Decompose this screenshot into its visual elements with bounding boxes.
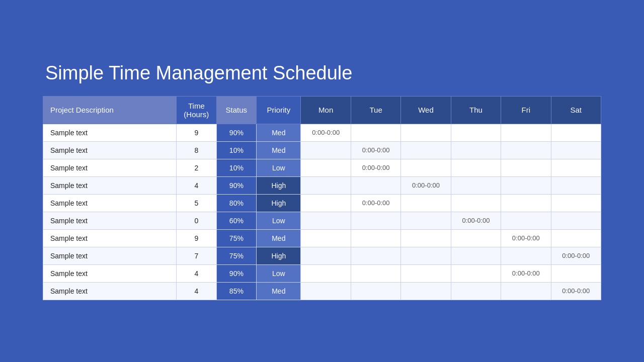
cell-desc: Sample text	[43, 194, 177, 212]
cell-mon	[301, 159, 351, 176]
cell-priority: Med	[257, 124, 301, 141]
cell-tue: 0:00-0:00	[351, 194, 400, 212]
cell-tue	[351, 264, 400, 282]
cell-time: 4	[177, 264, 217, 282]
cell-fri	[501, 159, 551, 176]
cell-wed	[401, 194, 451, 212]
header-mon: Mon	[301, 96, 351, 124]
table-row: Sample text490%High0:00-0:00	[43, 176, 601, 194]
cell-time: 9	[177, 229, 217, 247]
header-fri: Fri	[501, 96, 551, 124]
schedule-table: Project Description Time (Hours) Status …	[43, 96, 601, 300]
cell-sat	[551, 264, 601, 282]
header-priority: Priority	[257, 96, 301, 124]
cell-time: 2	[177, 159, 217, 176]
cell-fri: 0:00-0:00	[501, 264, 551, 282]
table-row: Sample text775%High0:00-0:00	[43, 247, 601, 264]
cell-status: 85%	[216, 282, 257, 300]
cell-priority: Med	[257, 282, 301, 300]
cell-thu	[451, 264, 501, 282]
header-wed: Wed	[401, 96, 451, 124]
cell-time: 7	[177, 247, 217, 264]
cell-priority: High	[257, 176, 301, 194]
cell-sat	[551, 141, 601, 159]
cell-wed: 0:00-0:00	[401, 176, 451, 194]
cell-fri	[501, 176, 551, 194]
header-desc: Project Description	[43, 96, 177, 124]
cell-tue	[351, 176, 400, 194]
cell-fri	[501, 247, 551, 264]
cell-thu: 0:00-0:00	[451, 212, 501, 229]
header-thu: Thu	[451, 96, 501, 124]
table-row: Sample text975%Med0:00-0:00	[43, 229, 601, 247]
cell-fri	[501, 212, 551, 229]
cell-wed	[401, 247, 451, 264]
cell-status: 75%	[216, 229, 257, 247]
cell-thu	[451, 247, 501, 264]
cell-tue	[351, 229, 400, 247]
cell-thu	[451, 159, 501, 176]
cell-tue	[351, 212, 400, 229]
cell-status: 10%	[216, 159, 257, 176]
cell-mon	[301, 212, 351, 229]
cell-tue	[351, 124, 400, 141]
cell-sat	[551, 212, 601, 229]
cell-status: 90%	[216, 264, 257, 282]
cell-time: 8	[177, 141, 217, 159]
cell-fri	[501, 124, 551, 141]
cell-thu	[451, 141, 501, 159]
cell-mon	[301, 194, 351, 212]
cell-mon	[301, 176, 351, 194]
cell-fri	[501, 141, 551, 159]
table-row: Sample text810%Med0:00-0:00	[43, 141, 601, 159]
cell-mon	[301, 247, 351, 264]
cell-mon	[301, 282, 351, 300]
cell-thu	[451, 124, 501, 141]
cell-wed	[401, 229, 451, 247]
table-row: Sample text580%High0:00-0:00	[43, 194, 601, 212]
cell-wed	[401, 124, 451, 141]
cell-time: 4	[177, 176, 217, 194]
cell-tue: 0:00-0:00	[351, 141, 400, 159]
cell-mon	[301, 264, 351, 282]
cell-desc: Sample text	[43, 141, 177, 159]
cell-tue	[351, 282, 400, 300]
cell-thu	[451, 229, 501, 247]
table-row: Sample text990%Med0:00-0:00	[43, 124, 601, 141]
schedule-table-wrapper: Project Description Time (Hours) Status …	[43, 96, 601, 300]
cell-wed	[401, 141, 451, 159]
cell-mon	[301, 141, 351, 159]
table-row: Sample text060%Low0:00-0:00	[43, 212, 601, 229]
cell-desc: Sample text	[43, 124, 177, 141]
cell-sat	[551, 159, 601, 176]
page-title: Simple Time Management Schedule	[45, 62, 352, 84]
cell-time: 5	[177, 194, 217, 212]
cell-desc: Sample text	[43, 282, 177, 300]
header-tue: Tue	[351, 96, 400, 124]
cell-fri	[501, 282, 551, 300]
cell-time: 0	[177, 212, 217, 229]
cell-priority: Low	[257, 159, 301, 176]
cell-desc: Sample text	[43, 229, 177, 247]
cell-sat: 0:00-0:00	[551, 247, 601, 264]
cell-time: 4	[177, 282, 217, 300]
cell-priority: High	[257, 247, 301, 264]
cell-wed	[401, 159, 451, 176]
cell-status: 10%	[216, 141, 257, 159]
cell-wed	[401, 264, 451, 282]
cell-desc: Sample text	[43, 212, 177, 229]
cell-priority: Low	[257, 264, 301, 282]
cell-priority: Low	[257, 212, 301, 229]
cell-priority: Med	[257, 141, 301, 159]
cell-desc: Sample text	[43, 247, 177, 264]
cell-mon: 0:00-0:00	[301, 124, 351, 141]
table-header-row: Project Description Time (Hours) Status …	[43, 96, 601, 124]
cell-status: 90%	[216, 124, 257, 141]
cell-tue	[351, 247, 400, 264]
cell-sat	[551, 229, 601, 247]
cell-wed	[401, 212, 451, 229]
cell-time: 9	[177, 124, 217, 141]
cell-status: 75%	[216, 247, 257, 264]
header-status: Status	[216, 96, 257, 124]
cell-priority: Med	[257, 229, 301, 247]
